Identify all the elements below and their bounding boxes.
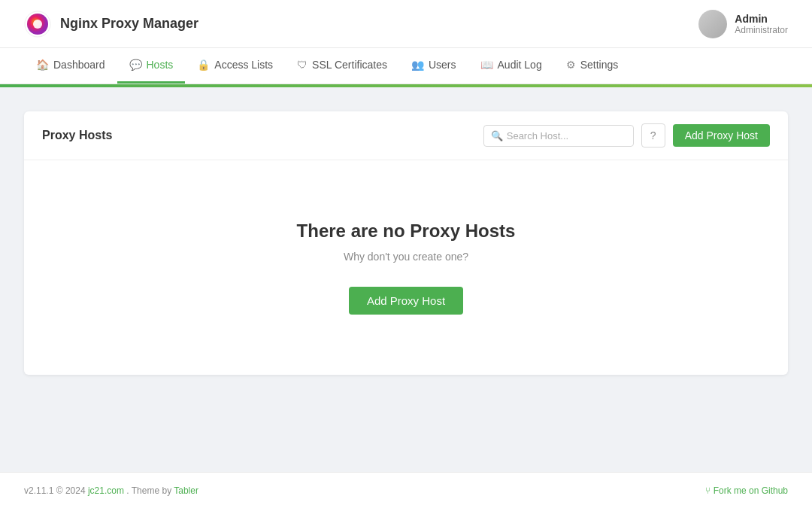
search-input[interactable] [483,125,634,147]
nav-item-ssl-certificates[interactable]: 🛡 SSL Certificates [285,48,399,84]
search-icon: 🔍 [491,130,503,141]
help-icon: ? [650,129,656,141]
nav-label-access-lists: Access Lists [214,59,273,71]
search-wrapper: 🔍 [483,125,634,147]
empty-state-subtitle: Why don't you create one? [344,251,468,263]
hosts-icon: 💬 [129,59,142,71]
footer-right: ⑂ Fork me on Github [705,485,788,496]
svg-point-2 [33,20,42,29]
nav-item-audit-log[interactable]: 📖 Audit Log [468,48,554,84]
nav-label-settings: Settings [580,59,619,71]
settings-icon: ⚙ [566,59,576,71]
nav-label-ssl: SSL Certificates [312,59,387,71]
footer-year: 2024 [65,485,86,496]
footer-version: v2.11.1 [24,485,53,496]
footer-company-link[interactable]: jc21.com [88,485,124,496]
nav-item-access-lists[interactable]: 🔒 Access Lists [185,48,285,84]
add-proxy-host-button-empty[interactable]: Add Proxy Host [349,287,463,315]
nav-item-users[interactable]: 👥 Users [399,48,468,84]
help-button[interactable]: ? [641,123,665,148]
user-name: Admin [735,13,768,25]
nav-label-audit-log: Audit Log [498,59,542,71]
header: Nginx Proxy Manager Admin Administrator [0,0,812,48]
ssl-icon: 🛡 [297,59,308,71]
nav-item-settings[interactable]: ⚙ Settings [554,48,631,84]
user-info: Admin Administrator [735,13,788,35]
dashboard-icon: 🏠 [36,59,49,71]
footer-theme-text: Theme by [132,485,171,496]
proxy-hosts-card: Proxy Hosts 🔍 ? Add Proxy Host There are… [24,111,788,375]
footer-theme-link[interactable]: Tabler [174,485,198,496]
user-role: Administrator [735,25,788,35]
add-proxy-host-button-header[interactable]: Add Proxy Host [673,124,770,147]
nav-label-dashboard: Dashboard [53,59,105,71]
nav-item-dashboard[interactable]: 🏠 Dashboard [24,48,117,84]
users-icon: 👥 [411,59,424,71]
access-lists-icon: 🔒 [197,59,210,71]
card-header: Proxy Hosts 🔍 ? Add Proxy Host [24,111,788,160]
nav-item-hosts[interactable]: 💬 Hosts [117,48,186,84]
card-title: Proxy Hosts [42,129,112,142]
empty-state-title: There are no Proxy Hosts [297,221,516,242]
footer-left: v2.11.1 © 2024 jc21.com . Theme by Table… [24,485,198,496]
avatar [698,10,727,38]
footer: v2.11.1 © 2024 jc21.com . Theme by Table… [0,472,812,508]
main-content: Proxy Hosts 🔍 ? Add Proxy Host There are… [0,87,812,399]
app-logo [24,11,51,38]
card-header-actions: 🔍 ? Add Proxy Host [483,123,770,148]
card-body: There are no Proxy Hosts Why don't you c… [24,160,788,375]
nav: 🏠 Dashboard 💬 Hosts 🔒 Access Lists 🛡 SSL… [0,48,812,84]
app-title: Nginx Proxy Manager [60,16,198,32]
header-left: Nginx Proxy Manager [24,11,198,38]
nav-label-hosts: Hosts [147,59,174,71]
github-icon: ⑂ [705,485,710,496]
audit-log-icon: 📖 [480,59,493,71]
fork-me-link[interactable]: ⑂ Fork me on Github [705,485,788,496]
nav-label-users: Users [429,59,456,71]
header-right: Admin Administrator [698,10,788,38]
